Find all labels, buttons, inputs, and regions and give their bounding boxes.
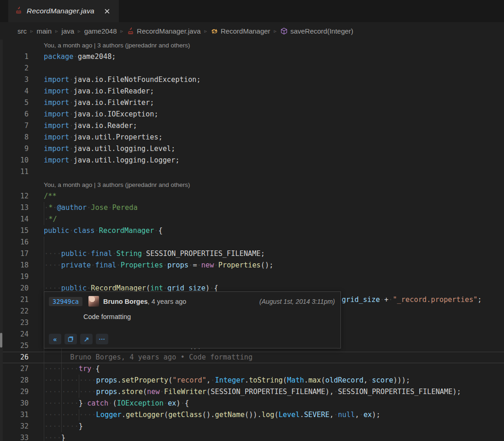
code-text: import·java.util.Properties; (44, 132, 163, 143)
git-codelens[interactable]: You, a month ago | 3 authors (jperedadnr… (0, 178, 504, 191)
code-line[interactable]: 30········}·catch·(IOException·ex)·{ (0, 398, 504, 409)
line-number: 24 (0, 329, 29, 340)
copy-sha-button[interactable] (64, 334, 77, 344)
code-text: ········} (44, 421, 83, 432)
code-text: ········}·catch·(IOException·ex)·{ (44, 398, 189, 409)
code-line[interactable]: 11 (0, 166, 504, 178)
breadcrumb-item-recordmanager[interactable]: RecordManager (211, 27, 270, 35)
code-line[interactable]: 31············Logger.getLogger(getClass(… (0, 409, 504, 421)
breadcrumb-separator-icon: ▹ (274, 28, 277, 34)
code-text: ····public·final·String·SESSION_PROPERTI… (44, 248, 265, 260)
code-line[interactable]: 8import·java.util.Properties; (0, 132, 504, 143)
line-number: 33 (0, 432, 29, 441)
line-number: 12 (0, 191, 29, 202)
code-line[interactable]: 18····private·final·Properties·props·=·n… (0, 260, 504, 271)
line-number: 29 (0, 386, 29, 398)
code-text: ············props.setProperty("record",·… (44, 375, 410, 386)
git-blame-hover-popup: 32949ca Bruno Borges, 4 years ago (Augus… (44, 291, 341, 348)
line-number: 14 (0, 214, 29, 225)
breadcrumb-item-game2048[interactable]: game2048 (84, 27, 117, 35)
prev-commit-button[interactable]: « (49, 334, 61, 344)
breadcrumb-label: main (37, 27, 52, 35)
code-line[interactable]: 10import·java.util.logging.Logger; (0, 155, 504, 166)
line-number: 26 (0, 352, 29, 363)
code-line[interactable]: 16 (0, 237, 504, 248)
breadcrumb-label: game2048 (84, 27, 117, 35)
breadcrumb-separator-icon: ▹ (55, 28, 58, 34)
line-number: 11 (0, 166, 29, 178)
code-line[interactable]: 17····public·final·String·SESSION_PROPER… (0, 248, 504, 260)
line-number: 4 (0, 86, 29, 97)
code-text (44, 237, 61, 248)
code-line[interactable]: 12/** (0, 191, 504, 202)
code-line[interactable]: 28············props.setProperty("record"… (0, 375, 504, 386)
line-number: 21 (0, 294, 29, 306)
code-line[interactable]: 15public·class·RecordManager·{ (0, 225, 504, 237)
more-actions-button[interactable]: ··· (96, 334, 108, 344)
code-text: ············Logger.getLogger(getClass().… (44, 409, 381, 421)
code-line[interactable]: 19 (0, 271, 504, 283)
code-editor[interactable]: You, a month ago | 3 authors (jperedadnr… (0, 40, 504, 441)
code-text: ········try·{ (44, 363, 100, 375)
line-number: 25 (0, 340, 29, 352)
code-line[interactable]: 33····} (0, 432, 504, 441)
breadcrumb-item-recordmanager-java[interactable]: RecordManager.java (127, 27, 200, 35)
breadcrumb-item-saverecord-integer-[interactable]: saveRecord(Integer) (280, 27, 353, 35)
code-text: Bruno Borges, 4 years ago • Code formatt… (44, 352, 252, 363)
code-text: import·java.io.FileWriter; (44, 97, 154, 109)
line-number: 19 (0, 271, 29, 283)
code-line[interactable]: 14·*/ (0, 214, 504, 225)
code-line[interactable]: 3import·java.io.FileNotFoundException; (0, 74, 504, 86)
code-line[interactable]: 29············props.store(new·FileWriter… (0, 386, 504, 398)
code-text: import·java.io.FileNotFoundException; (44, 74, 201, 86)
commit-message: Code formatting (44, 307, 340, 320)
code-text: ····private·final·Properties·props·=·new… (44, 260, 273, 271)
line-number: 13 (0, 202, 29, 214)
line-number: 17 (0, 248, 29, 260)
line-number: 31 (0, 409, 29, 421)
code-line[interactable]: 32········} (0, 421, 504, 432)
code-text: import·java.util.logging.Logger; (44, 155, 180, 166)
code-line[interactable]: 27········try·{ (0, 363, 504, 375)
breadcrumb-label: RecordManager.java (137, 27, 200, 35)
breadcrumb-label: src (18, 27, 27, 35)
code-line[interactable]: 1package·game2048; (0, 51, 504, 63)
line-number: 30 (0, 398, 29, 409)
code-line-current[interactable]: 26 Bruno Borges, 4 years ago • Code form… (0, 352, 504, 363)
breadcrumb-item-src[interactable]: src (18, 27, 27, 35)
tab-bar: RecordManager.java (0, 0, 504, 22)
code-line[interactable]: 7import·java.io.Reader; (0, 120, 504, 132)
code-line[interactable]: 9import·java.util.logging.Level; (0, 143, 504, 155)
code-line[interactable]: 2 (0, 63, 504, 74)
class-icon (211, 27, 218, 35)
breadcrumb-label: java (62, 27, 75, 35)
line-number: 28 (0, 375, 29, 386)
chevrons-left-icon: « (53, 336, 57, 343)
open-commit-button[interactable]: ↗ (80, 334, 93, 344)
line-number: 1 (0, 51, 29, 63)
breadcrumb-item-main[interactable]: main (37, 27, 52, 35)
breadcrumb-separator-icon: ▹ (30, 28, 33, 34)
tab-recordmanager[interactable]: RecordManager.java (8, 0, 119, 22)
code-text (44, 271, 61, 283)
method-icon (280, 27, 288, 35)
line-number: 2 (0, 63, 29, 74)
tab-title: RecordManager.java (27, 7, 94, 15)
editor-window: RecordManager.java src▹main▹java▹game204… (0, 0, 504, 441)
code-line[interactable]: 13·*·@author·Jose·Pereda (0, 202, 504, 214)
close-tab-icon[interactable] (103, 7, 111, 15)
line-number: 22 (0, 306, 29, 317)
line-number: 6 (0, 109, 29, 120)
code-text: ·*·@author·Jose·Pereda (44, 202, 138, 214)
code-line[interactable]: 5import·java.io.FileWriter; (0, 97, 504, 109)
line-number: 27 (0, 363, 29, 375)
code-line[interactable]: 6import·java.io.IOException; (0, 109, 504, 120)
breadcrumb-item-java[interactable]: java (62, 27, 75, 35)
git-codelens[interactable]: You, a month ago | 3 authors (jperedadnr… (0, 40, 504, 51)
commit-sha-badge[interactable]: 32949ca (49, 297, 82, 306)
line-number: 23 (0, 317, 29, 329)
code-line[interactable]: 4import·java.io.FileReader; (0, 86, 504, 97)
breadcrumb-label: RecordManager (221, 27, 270, 35)
ellipsis-icon: ··· (99, 336, 105, 343)
code-text: import·java.io.FileReader; (44, 86, 154, 97)
